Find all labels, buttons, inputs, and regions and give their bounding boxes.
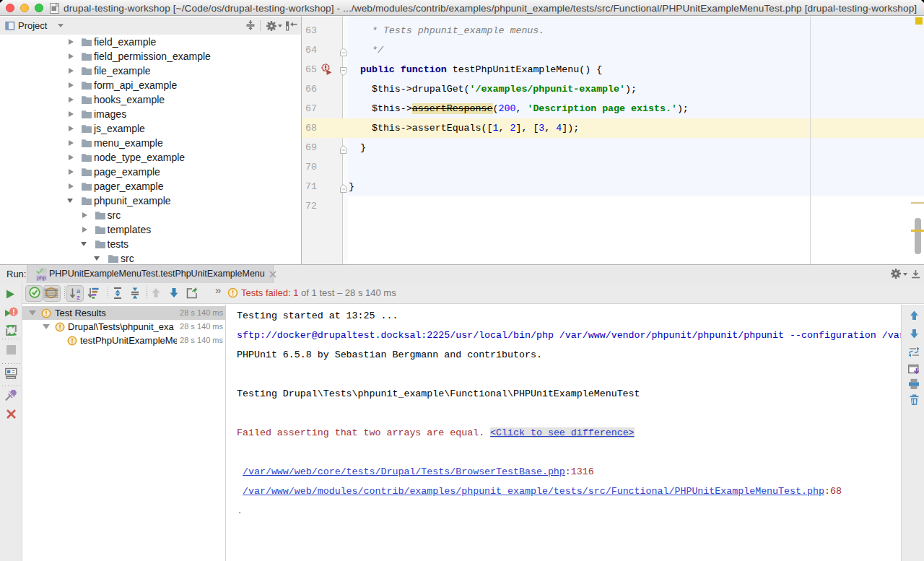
svg-text:php: php — [37, 275, 45, 281]
svg-text:z: z — [77, 294, 80, 300]
